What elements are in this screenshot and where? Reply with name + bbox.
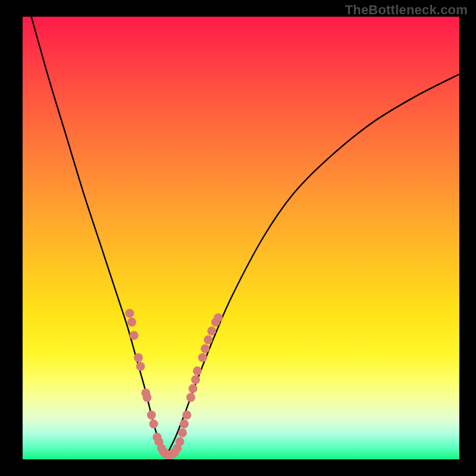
watermark-text: TheBottleneck.com <box>345 2 468 18</box>
data-point <box>176 437 184 446</box>
data-point <box>134 353 143 362</box>
chart-svg <box>23 17 459 459</box>
data-point <box>214 313 223 322</box>
chart-frame: TheBottleneck.com <box>0 0 476 476</box>
data-point <box>191 375 200 384</box>
data-point <box>186 393 195 402</box>
data-point <box>143 393 152 402</box>
data-point <box>203 336 212 345</box>
data-point <box>201 345 209 353</box>
data-point <box>198 353 207 362</box>
data-point <box>125 309 134 318</box>
data-point <box>130 331 139 340</box>
data-point <box>189 384 198 393</box>
data-point <box>136 362 145 371</box>
data-point <box>149 419 158 428</box>
data-point <box>178 428 187 437</box>
data-point <box>147 411 156 419</box>
data-point <box>207 327 216 336</box>
data-point <box>180 419 189 428</box>
data-point <box>193 367 202 375</box>
highlight-points <box>125 309 223 459</box>
data-point <box>182 411 191 419</box>
plot-area <box>23 17 459 459</box>
data-point <box>127 318 136 327</box>
curve-right <box>167 74 459 455</box>
